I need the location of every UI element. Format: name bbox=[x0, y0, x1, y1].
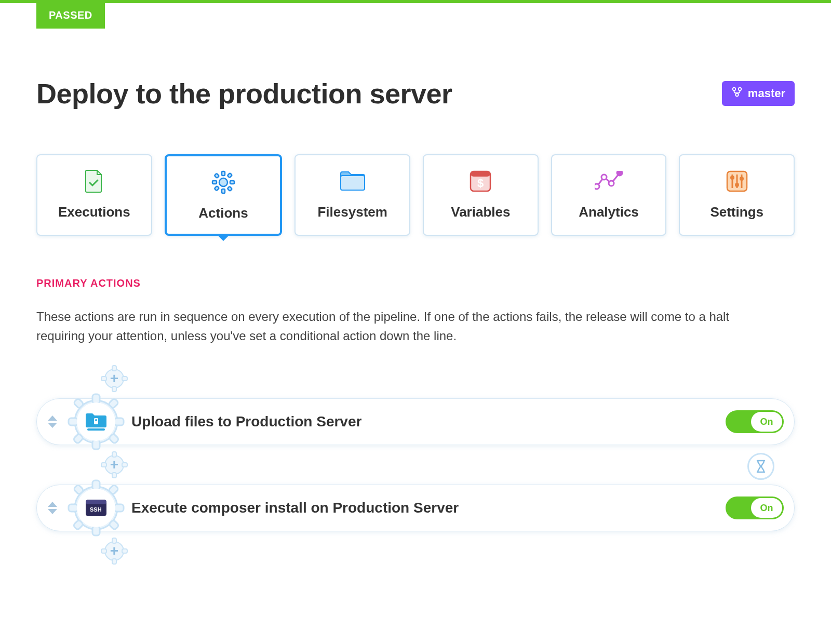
action-toggle[interactable]: On bbox=[726, 410, 784, 433]
add-action-button[interactable]: + bbox=[100, 364, 129, 393]
section-label: PRIMARY ACTIONS bbox=[36, 277, 795, 289]
folder-icon bbox=[301, 170, 404, 193]
section-description: These actions are run in sequence on eve… bbox=[36, 307, 763, 345]
tab-executions[interactable]: Executions bbox=[36, 154, 152, 236]
plus-icon: + bbox=[100, 536, 129, 566]
svg-rect-51 bbox=[92, 526, 100, 535]
svg-rect-11 bbox=[215, 186, 219, 191]
gear-icon bbox=[172, 171, 275, 194]
svg-point-17 bbox=[601, 175, 607, 180]
tabs: Executions Actions bbox=[36, 154, 795, 236]
add-action-button[interactable]: + bbox=[100, 450, 129, 479]
svg-point-24 bbox=[730, 176, 734, 180]
svg-point-19 bbox=[617, 171, 622, 176]
status-badge: PASSED bbox=[36, 3, 105, 29]
action-icon bbox=[65, 391, 127, 453]
toggle-knob: On bbox=[751, 412, 782, 432]
svg-point-18 bbox=[609, 181, 614, 186]
analytics-icon bbox=[557, 170, 661, 193]
tab-variables[interactable]: $ Variables bbox=[423, 154, 539, 236]
svg-text:SSH: SSH bbox=[90, 506, 102, 513]
dollar-icon: $ bbox=[429, 170, 532, 193]
svg-rect-8 bbox=[215, 173, 219, 178]
svg-rect-14 bbox=[471, 171, 490, 177]
svg-rect-36 bbox=[114, 418, 124, 425]
drag-handle[interactable] bbox=[37, 415, 68, 428]
action-title: Upload files to Production Server bbox=[127, 413, 726, 430]
svg-rect-6 bbox=[212, 181, 217, 184]
add-action-button[interactable]: + bbox=[100, 536, 129, 566]
tab-label: Analytics bbox=[557, 204, 661, 220]
action-toggle[interactable]: On bbox=[726, 497, 784, 519]
svg-rect-53 bbox=[114, 504, 124, 512]
ssh-terminal-icon: SSH bbox=[84, 498, 108, 518]
plus-icon: + bbox=[100, 450, 129, 479]
wait-badge[interactable] bbox=[747, 453, 774, 480]
action-title: Execute composer install on Production S… bbox=[127, 500, 726, 516]
tab-filesystem[interactable]: Filesystem bbox=[294, 154, 410, 236]
svg-rect-5 bbox=[222, 189, 225, 193]
sliders-icon bbox=[685, 170, 788, 193]
arrow-down-icon bbox=[48, 423, 57, 428]
action-row[interactable]: Upload files to Production Server On bbox=[36, 398, 795, 445]
svg-point-3 bbox=[219, 178, 227, 186]
branch-icon bbox=[731, 86, 743, 101]
file-check-icon bbox=[43, 170, 146, 193]
tab-label: Filesystem bbox=[301, 204, 404, 220]
svg-rect-9 bbox=[227, 186, 232, 191]
page-title: Deploy to the production server bbox=[36, 77, 712, 110]
arrow-up-icon bbox=[48, 415, 57, 421]
svg-rect-10 bbox=[227, 173, 232, 178]
tab-label: Settings bbox=[685, 204, 788, 220]
top-accent-bar bbox=[0, 0, 831, 3]
page-header: Deploy to the production server master bbox=[36, 77, 795, 110]
toggle-knob: On bbox=[751, 498, 782, 518]
arrow-up-icon bbox=[48, 502, 57, 507]
upload-folder-icon bbox=[84, 411, 108, 432]
tab-analytics[interactable]: Analytics bbox=[551, 154, 667, 236]
svg-rect-34 bbox=[92, 440, 100, 449]
action-row[interactable]: SSH Execute composer install on Producti… bbox=[36, 485, 795, 531]
svg-rect-7 bbox=[230, 181, 234, 184]
tab-label: Variables bbox=[429, 204, 532, 220]
svg-text:$: $ bbox=[477, 177, 484, 190]
svg-rect-4 bbox=[222, 171, 225, 176]
svg-rect-12 bbox=[341, 176, 365, 190]
drag-handle[interactable] bbox=[37, 502, 68, 514]
branch-badge[interactable]: master bbox=[722, 81, 795, 106]
tab-label: Executions bbox=[43, 204, 146, 220]
svg-point-16 bbox=[595, 184, 599, 189]
svg-rect-59 bbox=[86, 500, 106, 504]
svg-point-26 bbox=[740, 177, 744, 181]
plus-icon: + bbox=[100, 364, 129, 393]
hourglass-icon bbox=[755, 460, 767, 473]
tab-label: Actions bbox=[172, 205, 275, 221]
svg-point-25 bbox=[735, 183, 739, 187]
action-icon: SSH bbox=[65, 477, 127, 539]
svg-rect-43 bbox=[87, 428, 105, 431]
arrow-down-icon bbox=[48, 509, 57, 514]
tab-settings[interactable]: Settings bbox=[679, 154, 795, 236]
svg-point-42 bbox=[95, 419, 97, 421]
branch-name: master bbox=[748, 87, 785, 100]
tab-actions[interactable]: Actions bbox=[165, 154, 283, 236]
